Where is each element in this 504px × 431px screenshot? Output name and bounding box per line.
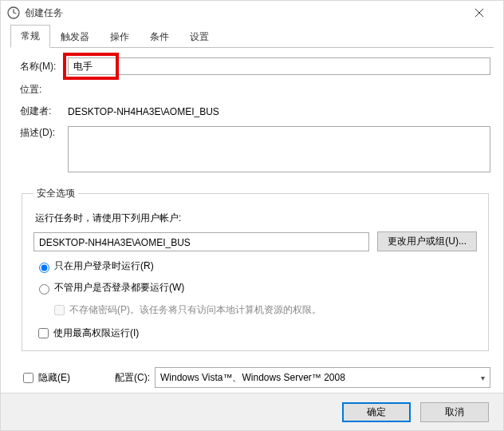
radio-any-time-input[interactable]	[39, 284, 49, 295]
tab-strip: 常规 触发器 操作 条件 设置	[10, 25, 494, 48]
tab-triggers[interactable]: 触发器	[50, 26, 100, 48]
radio-logged-on[interactable]: 只在用户登录时运行(R)	[35, 259, 477, 273]
checkbox-hidden[interactable]: 隐藏(E)	[20, 370, 70, 386]
create-task-window: 创建任务 常规 触发器 操作 条件 设置 名称(M): 位置:	[0, 0, 504, 431]
security-options-group: 安全选项 运行任务时，请使用下列用户帐户: DESKTOP-NH4HA3E\AO…	[22, 187, 489, 351]
tab-settings[interactable]: 设置	[179, 26, 219, 48]
location-label: 位置:	[20, 83, 68, 97]
tab-actions[interactable]: 操作	[100, 26, 140, 48]
chevron-down-icon: ▾	[481, 374, 485, 382]
security-legend: 安全选项	[33, 187, 78, 200]
checkbox-highest-privileges-label: 使用最高权限运行(I)	[53, 326, 139, 340]
dialog-footer: 确定 取消	[1, 393, 503, 430]
creator-value: DESKTOP-NH4HA3E\AOMEI_BUS	[68, 106, 490, 117]
checkbox-hidden-label: 隐藏(E)	[38, 371, 70, 385]
svg-line-2	[14, 13, 17, 14]
description-label: 描述(D):	[20, 126, 68, 140]
configure-label: 配置(C):	[115, 371, 150, 385]
bottom-row: 隐藏(E) 配置(C): Windows Vista™、Windows Serv…	[1, 362, 503, 393]
close-icon	[475, 9, 483, 17]
change-user-button[interactable]: 更改用户或组(U)...	[377, 231, 477, 251]
configure-combobox[interactable]: Windows Vista™、Windows Server™ 2008 ▾	[155, 367, 490, 388]
name-label: 名称(M):	[20, 60, 68, 73]
radio-logged-on-label: 只在用户登录时运行(R)	[54, 259, 154, 273]
app-icon	[7, 6, 20, 19]
radio-logged-on-input[interactable]	[39, 263, 49, 273]
checkbox-no-store-password-label: 不存储密码(P)。该任务将只有访问本地计算机资源的权限。	[69, 303, 321, 317]
checkbox-highest-privileges-input[interactable]	[38, 328, 49, 338]
security-prompt: 运行任务时，请使用下列用户帐户:	[35, 212, 477, 225]
close-button[interactable]	[462, 1, 497, 25]
tab-general[interactable]: 常规	[10, 25, 50, 48]
window-title: 创建任务	[25, 6, 63, 20]
checkbox-hidden-input[interactable]	[23, 373, 33, 383]
user-account-field: DESKTOP-NH4HA3E\AOMEI_BUS	[33, 232, 369, 251]
checkbox-no-store-password-input	[54, 305, 65, 315]
creator-label: 创建者:	[20, 105, 68, 118]
tab-general-panel: 名称(M): 位置: 创建者: DESKTOP-NH4HA3E\AOMEI_BU…	[1, 48, 503, 362]
titlebar: 创建任务	[1, 1, 503, 25]
cancel-button[interactable]: 取消	[420, 402, 489, 422]
description-input[interactable]	[68, 126, 490, 172]
checkbox-highest-privileges[interactable]: 使用最高权限运行(I)	[35, 326, 477, 341]
name-input[interactable]	[68, 57, 490, 75]
checkbox-no-store-password: 不存储密码(P)。该任务将只有访问本地计算机资源的权限。	[51, 302, 477, 318]
radio-any-time-label: 不管用户是否登录都要运行(W)	[54, 281, 184, 295]
tab-conditions[interactable]: 条件	[140, 26, 179, 48]
ok-button[interactable]: 确定	[342, 402, 411, 422]
configure-value: Windows Vista™、Windows Server™ 2008	[160, 371, 345, 385]
radio-any-time[interactable]: 不管用户是否登录都要运行(W)	[35, 281, 477, 295]
